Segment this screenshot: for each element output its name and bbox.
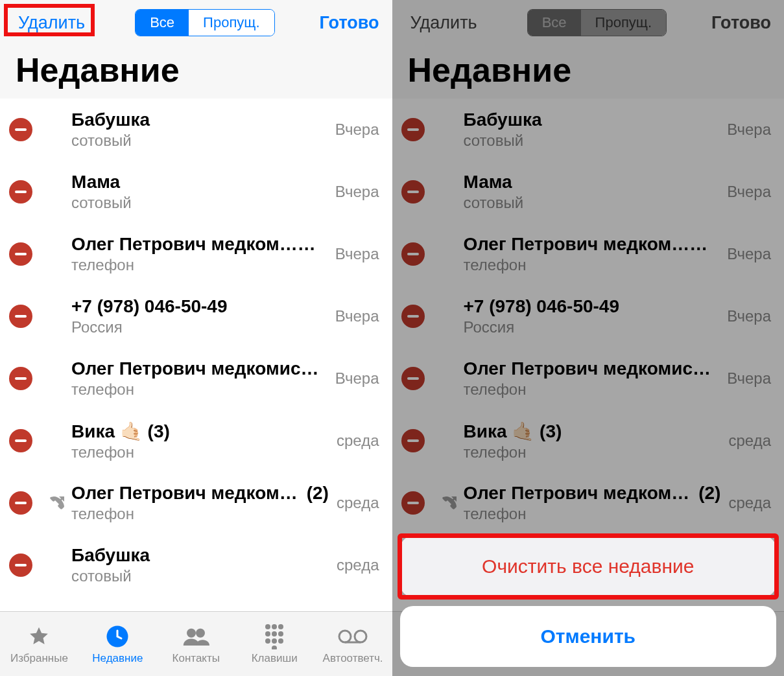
- svg-rect-4: [15, 377, 27, 380]
- call-name: Бабушка: [71, 110, 327, 130]
- call-row[interactable]: Олег Петрович медкомисс…телефонВчера: [0, 347, 392, 410]
- call-cell: Вика 🤙🏻 (3)телефон: [71, 410, 331, 472]
- delete-row-icon[interactable]: [401, 118, 425, 141]
- delete-row-icon[interactable]: [9, 367, 32, 390]
- call-time: Вчера: [722, 245, 775, 263]
- delete-row-icon[interactable]: [401, 367, 425, 390]
- contacts-icon: [182, 624, 209, 649]
- call-time: среда: [331, 432, 383, 450]
- call-row[interactable]: Олег Петрович медком…(2)телефонВчера: [0, 223, 392, 285]
- tab-voicemail[interactable]: Автоответч.: [314, 612, 392, 676]
- call-time: Вчера: [722, 121, 775, 139]
- svg-point-9: [187, 628, 196, 637]
- voicemail-icon: [338, 624, 368, 649]
- call-subtitle: Россия: [464, 318, 720, 336]
- delete-button[interactable]: Удалить: [13, 9, 90, 37]
- delete-row-icon[interactable]: [9, 305, 32, 328]
- svg-point-20: [272, 646, 277, 649]
- call-row[interactable]: +7 (978) 046-50-49РоссияВчера: [0, 285, 392, 347]
- delete-row-icon[interactable]: [9, 242, 32, 266]
- svg-point-18: [272, 638, 277, 644]
- delete-row-icon[interactable]: [401, 180, 425, 204]
- call-name: Олег Петрович медком…(2): [464, 234, 720, 255]
- call-row[interactable]: Вика 🤙🏻 (3)телефонсреда: [0, 410, 392, 472]
- svg-rect-24: [407, 128, 419, 131]
- svg-point-12: [272, 624, 277, 629]
- call-name: Олег Петрович медком…(2): [71, 234, 327, 255]
- call-row[interactable]: Олег Петрович медком…(2)телефонВчера: [392, 223, 785, 285]
- call-subtitle: телефон: [464, 505, 721, 523]
- call-row[interactable]: МамасотовыйВчера: [392, 161, 785, 223]
- call-name: +7 (978) 046-50-49: [71, 296, 327, 317]
- outgoing-call-icon: [439, 495, 461, 511]
- delete-row-icon[interactable]: [9, 180, 32, 204]
- call-cell: Бабушкасотовый: [71, 99, 330, 161]
- call-time: Вчера: [722, 369, 775, 388]
- call-time: среда: [331, 494, 383, 512]
- segmented-control: Все Пропущ.: [527, 9, 667, 36]
- call-row[interactable]: БабушкасотовыйВчера: [392, 99, 785, 161]
- delete-row-icon[interactable]: [401, 429, 425, 452]
- done-button[interactable]: Готово: [711, 13, 771, 33]
- segment-all[interactable]: Все: [136, 10, 189, 36]
- tab-label: Избранные: [10, 652, 68, 665]
- call-row[interactable]: Олег Петрович медком…(2)телефонсреда: [392, 472, 785, 534]
- segment-all[interactable]: Все: [528, 10, 581, 36]
- call-subtitle: сотовый: [464, 194, 720, 212]
- call-time: Вчера: [330, 183, 383, 201]
- svg-rect-1: [15, 191, 27, 193]
- call-row[interactable]: Вика 🤙🏻 (3)телефонсреда: [392, 410, 785, 472]
- delete-row-icon[interactable]: [401, 491, 425, 515]
- call-time: Вчера: [722, 307, 775, 325]
- call-time: Вчера: [722, 183, 775, 201]
- recent-calls-list: БабушкасотовыйВчераМамасотовыйВчераОлег …: [392, 99, 785, 611]
- svg-point-11: [265, 624, 270, 629]
- segment-missed[interactable]: Пропущ.: [189, 10, 274, 36]
- delete-row-icon[interactable]: [9, 554, 32, 577]
- cancel-button[interactable]: Отменить: [400, 606, 777, 667]
- svg-rect-27: [407, 315, 419, 318]
- call-cell: Олег Петрович медком…(2)телефон: [464, 223, 722, 285]
- call-count: (2): [307, 483, 329, 503]
- call-name: Олег Петрович медком…(2): [464, 483, 721, 504]
- delete-row-icon[interactable]: [9, 429, 32, 452]
- delete-row-icon[interactable]: [9, 491, 32, 515]
- call-subtitle: телефон: [71, 505, 329, 523]
- call-cell: Олег Петрович медком…(2)телефон: [464, 472, 724, 534]
- svg-point-13: [278, 624, 283, 629]
- svg-rect-29: [407, 439, 419, 442]
- call-row[interactable]: Олег Петрович медком…(2)телефонсреда: [0, 472, 392, 534]
- call-row[interactable]: Бабушкасотовыйсреда: [0, 534, 392, 596]
- call-row[interactable]: Олег Петрович медкомисс…телефонВчера: [392, 347, 785, 410]
- delete-button[interactable]: Удалить: [405, 9, 482, 37]
- tab-label: Автоответч.: [323, 652, 383, 665]
- screen-edit-mode: Удалить Все Пропущ. Готово Недавние Бабу…: [0, 0, 392, 676]
- call-subtitle: сотовый: [71, 132, 327, 150]
- call-cell: Олег Петрович медкомисс…телефон: [464, 347, 722, 410]
- header: Удалить Все Пропущ. Готово: [392, 0, 785, 45]
- tab-favorites[interactable]: Избранные: [0, 612, 78, 676]
- tab-label: Недавние: [92, 652, 143, 665]
- tab-keypad[interactable]: Клавиши: [235, 612, 314, 676]
- tab-label: Контакты: [172, 652, 220, 665]
- tab-recents[interactable]: Недавние: [78, 612, 157, 676]
- clear-all-recents-button[interactable]: Очистить все недавние: [400, 536, 777, 597]
- svg-rect-2: [15, 253, 27, 255]
- svg-rect-30: [407, 502, 419, 504]
- delete-row-icon[interactable]: [9, 118, 32, 141]
- call-row[interactable]: +7 (978) 046-50-49РоссияВчера: [392, 285, 785, 347]
- segment-missed[interactable]: Пропущ.: [581, 10, 666, 36]
- call-row[interactable]: БабушкасотовыйВчера: [0, 99, 392, 161]
- call-cell: Олег Петрович медком…(2)телефон: [71, 223, 330, 285]
- outgoing-call-icon: [47, 495, 69, 511]
- svg-rect-0: [15, 128, 27, 131]
- svg-rect-28: [407, 377, 419, 380]
- call-subtitle: телефон: [71, 380, 327, 399]
- delete-row-icon[interactable]: [401, 242, 425, 266]
- tab-contacts[interactable]: Контакты: [157, 612, 235, 676]
- delete-row-icon[interactable]: [401, 305, 425, 328]
- call-cell: +7 (978) 046-50-49Россия: [464, 285, 722, 347]
- call-subtitle: телефон: [71, 443, 329, 461]
- call-row[interactable]: МамасотовыйВчера: [0, 161, 392, 223]
- done-button[interactable]: Готово: [320, 13, 379, 33]
